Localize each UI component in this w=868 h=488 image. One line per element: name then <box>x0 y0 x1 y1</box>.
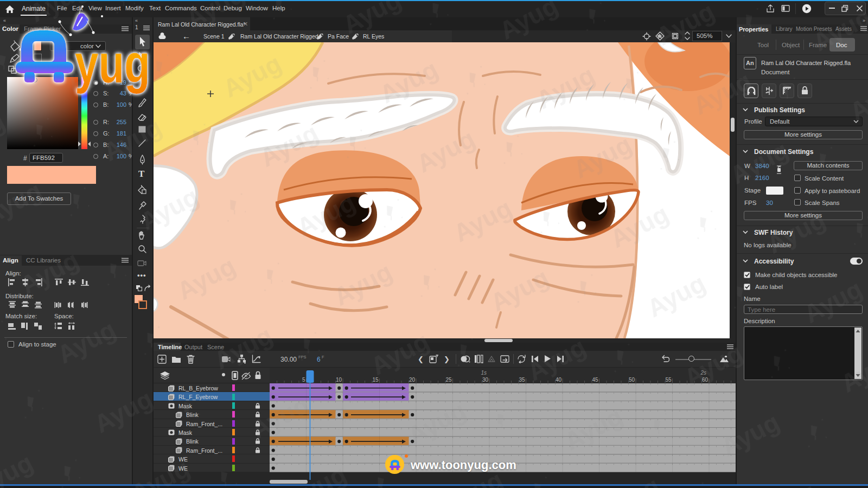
svg-text:2s: 2s <box>700 370 706 376</box>
svg-text:50: 50 <box>629 377 635 383</box>
svg-text:40: 40 <box>556 377 562 383</box>
svg-text:10: 10 <box>336 377 342 383</box>
svg-text:45: 45 <box>592 377 598 383</box>
svg-text:55: 55 <box>665 377 672 383</box>
svg-text:30: 30 <box>482 377 489 383</box>
svg-text:60: 60 <box>702 377 709 383</box>
svg-text:15: 15 <box>372 377 379 383</box>
svg-text:25: 25 <box>445 377 452 383</box>
svg-text:20: 20 <box>409 377 416 383</box>
svg-text:5: 5 <box>302 377 305 383</box>
svg-text:1s: 1s <box>481 370 487 376</box>
svg-text:35: 35 <box>519 377 525 383</box>
